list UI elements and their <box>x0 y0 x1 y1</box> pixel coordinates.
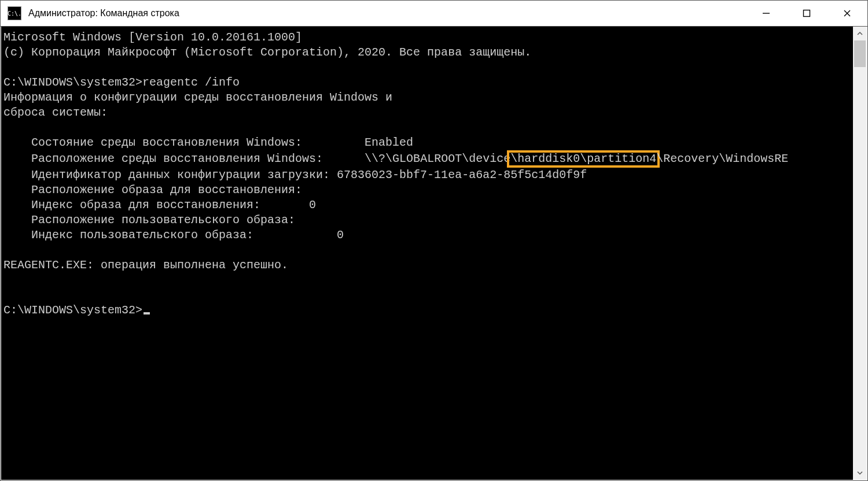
vertical-scrollbar[interactable] <box>853 27 867 480</box>
window-title: Администратор: Командная строка <box>28 8 179 18</box>
terminal-output[interactable]: Microsoft Windows [Version 10.0.20161.10… <box>1 27 853 480</box>
prompt-2-path: C:\WINDOWS\system32> <box>3 304 142 317</box>
row-custom-loc: Расположение пользовательского образа: <box>3 213 295 227</box>
chevron-up-icon <box>857 31 863 36</box>
prompt-1-path: C:\WINDOWS\system32> <box>3 76 142 89</box>
cmd-icon-text: C:\. <box>8 10 21 17</box>
close-icon <box>843 9 851 17</box>
maximize-button[interactable] <box>786 1 827 26</box>
chevron-down-icon <box>857 470 863 476</box>
window-titlebar: C:\. Администратор: Командная строка <box>1 1 867 27</box>
row-reimg-idx: Индекс образа для восстановления: 0 <box>3 198 316 212</box>
terminal-client-area: Microsoft Windows [Version 10.0.20161.10… <box>1 27 867 480</box>
row-status-label: Состояние среды восстановления Windows: <box>3 136 365 149</box>
version-line: Microsoft Windows [Version 10.0.20161.10… <box>3 31 302 44</box>
info-header-l1: Информация о конфигурации среды восстано… <box>3 91 392 104</box>
minimize-icon <box>762 9 770 17</box>
copyright-line: (c) Корпорация Майкрософт (Microsoft Cor… <box>3 46 531 59</box>
scroll-down-button[interactable] <box>853 466 867 480</box>
minimize-button[interactable] <box>746 1 786 26</box>
row-loc-value-post: \Recovery\WindowsRE <box>656 152 788 165</box>
window-controls <box>746 1 867 26</box>
cmd-icon: C:\. <box>8 6 21 20</box>
svg-rect-1 <box>804 10 810 17</box>
success-line: REAGENTC.EXE: операция выполнена успешно… <box>3 258 288 272</box>
highlight-box: \harddisk0\partition4 <box>507 150 660 168</box>
close-button[interactable] <box>827 1 867 26</box>
scrollbar-thumb[interactable] <box>854 40 866 67</box>
scroll-up-button[interactable] <box>853 27 867 40</box>
scrollbar-track[interactable] <box>853 40 867 466</box>
maximize-icon <box>803 9 811 17</box>
cursor <box>144 312 150 314</box>
row-bcd: Идентификатор данных конфигурации загруз… <box>3 168 587 182</box>
row-reimg-loc: Расположение образа для восстановления: <box>3 183 302 197</box>
row-status-value: Enabled <box>365 136 413 149</box>
row-custom-idx: Индекс пользовательского образа: 0 <box>3 228 344 242</box>
info-header-l2: сброса системы: <box>3 106 108 119</box>
row-loc-value-highlight: \harddisk0\partition4 <box>510 152 656 165</box>
row-loc-value-pre: \\?\GLOBALROOT\device <box>365 152 510 165</box>
row-loc-label: Расположение среды восстановления Window… <box>3 152 365 165</box>
prompt-1-cmd: reagentc /info <box>142 76 240 89</box>
